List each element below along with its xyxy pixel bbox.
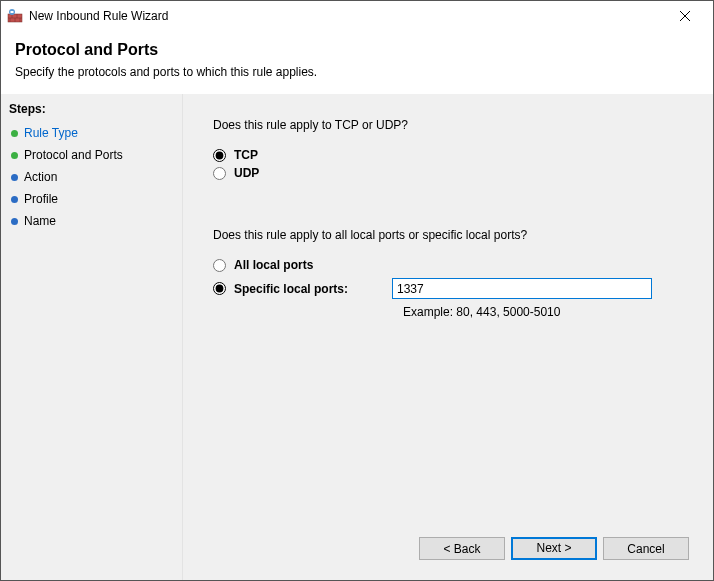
question-ports: Does this rule apply to all local ports … [213, 228, 695, 242]
wizard-header: Protocol and Ports Specify the protocols… [1, 31, 713, 93]
wizard-window: New Inbound Rule Wizard Protocol and Por… [0, 0, 714, 581]
radio-specific-ports[interactable]: Specific local ports: [213, 282, 384, 296]
back-button[interactable]: < Back [419, 537, 505, 560]
question-protocol: Does this rule apply to TCP or UDP? [213, 118, 695, 132]
page-subtitle: Specify the protocols and ports to which… [15, 65, 699, 79]
radio-all-ports-input[interactable] [213, 259, 226, 272]
radio-specific-ports-input[interactable] [213, 282, 226, 295]
svg-rect-8 [11, 11, 14, 13]
step-profile[interactable]: Profile [1, 188, 182, 210]
steps-heading: Steps: [1, 100, 182, 122]
radio-udp-label: UDP [234, 166, 259, 180]
steps-sidebar: Steps: Rule Type Protocol and Ports Acti… [1, 94, 183, 580]
radio-tcp[interactable]: TCP [213, 148, 695, 162]
step-bullet-icon [11, 174, 18, 181]
radio-all-ports-label: All local ports [234, 258, 313, 272]
step-label: Action [24, 170, 57, 184]
cancel-button[interactable]: Cancel [603, 537, 689, 560]
step-rule-type[interactable]: Rule Type [1, 122, 182, 144]
step-label: Profile [24, 192, 58, 206]
step-bullet-icon [11, 218, 18, 225]
wizard-body: Steps: Rule Type Protocol and Ports Acti… [1, 93, 713, 580]
window-title: New Inbound Rule Wizard [29, 9, 663, 23]
firewall-icon [7, 8, 23, 24]
radio-all-ports[interactable]: All local ports [213, 258, 695, 272]
radio-specific-ports-label: Specific local ports: [234, 282, 384, 296]
step-protocol-and-ports[interactable]: Protocol and Ports [1, 144, 182, 166]
radio-tcp-input[interactable] [213, 149, 226, 162]
step-bullet-icon [11, 196, 18, 203]
step-bullet-icon [11, 152, 18, 159]
step-label: Rule Type [24, 126, 78, 140]
step-action[interactable]: Action [1, 166, 182, 188]
radio-udp[interactable]: UDP [213, 166, 695, 180]
specific-ports-input[interactable] [392, 278, 652, 299]
step-bullet-icon [11, 130, 18, 137]
ports-example-text: Example: 80, 443, 5000-5010 [403, 305, 695, 319]
step-label: Name [24, 214, 56, 228]
step-label: Protocol and Ports [24, 148, 123, 162]
next-button[interactable]: Next > [511, 537, 597, 560]
ports-options: All local ports Specific local ports: Ex… [213, 256, 695, 319]
wizard-footer: < Back Next > Cancel [213, 527, 695, 570]
radio-udp-input[interactable] [213, 167, 226, 180]
page-title: Protocol and Ports [15, 41, 699, 59]
wizard-content: Does this rule apply to TCP or UDP? TCP … [183, 94, 713, 580]
step-name[interactable]: Name [1, 210, 182, 232]
titlebar: New Inbound Rule Wizard [1, 1, 713, 31]
radio-tcp-label: TCP [234, 148, 258, 162]
close-button[interactable] [663, 1, 707, 31]
